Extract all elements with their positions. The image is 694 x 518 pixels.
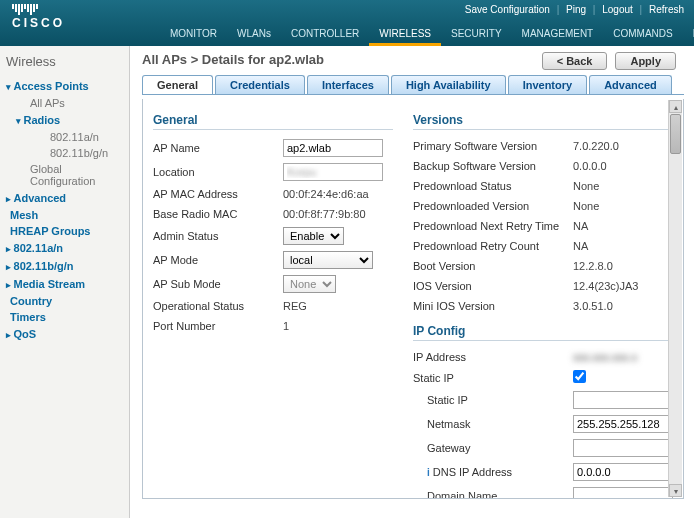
backup-sw-value: 0.0.0.0 [573, 160, 673, 172]
base-mac-label: Base Radio MAC [153, 208, 283, 220]
location-label: Location [153, 166, 283, 178]
scroll-thumb[interactable] [670, 114, 681, 154]
main-nav: MONITORWLANsCONTROLLERWIRELESSSECURITYMA… [160, 23, 694, 46]
sidebar-item-802-11b-g-n[interactable]: 802.11b/g/n [6, 257, 123, 275]
mini-ios-label: Mini IOS Version [413, 300, 573, 312]
sidebar-item-802-11b-g-n[interactable]: 802.11b/g/n [26, 145, 123, 161]
scroll-up-icon[interactable]: ▴ [669, 100, 682, 113]
nav-commands[interactable]: COMMANDS [603, 23, 682, 46]
primary-sw-value: 7.0.220.0 [573, 140, 673, 152]
save-configuration-link[interactable]: Save Configuration [465, 4, 550, 15]
op-status-label: Operational Status [153, 300, 283, 312]
admin-status-select[interactable]: Enable [283, 227, 344, 245]
nav-controller[interactable]: CONTROLLER [281, 23, 369, 46]
predl-ver-value: None [573, 200, 673, 212]
sidebar-item-global-configuration[interactable]: Global Configuration [16, 161, 123, 189]
predl-retry-cnt-label: Predownload Retry Count [413, 240, 573, 252]
content-area: All APs > Details for ap2.wlab < Back Ap… [130, 46, 694, 518]
static-ip-input[interactable] [573, 391, 673, 409]
nav-wlans[interactable]: WLANs [227, 23, 281, 46]
ap-mac-value: 00:0f:24:4e:d6:aa [283, 188, 393, 200]
sidebar-item-all-aps[interactable]: All APs [16, 95, 123, 111]
ap-sub-mode-label: AP Sub Mode [153, 278, 283, 290]
sidebar-item-mesh[interactable]: Mesh [6, 207, 123, 223]
sidebar-item-802-11a-n[interactable]: 802.11a/n [6, 239, 123, 257]
ap-mode-label: AP Mode [153, 254, 283, 266]
nav-wireless[interactable]: WIRELESS [369, 23, 441, 46]
sidebar-item-timers[interactable]: Timers [6, 309, 123, 325]
tab-high-availability[interactable]: High Availability [391, 75, 506, 94]
predl-ver-label: Predownloaded Version [413, 200, 573, 212]
sidebar-tree: Access PointsAll APsRadios802.11a/n802.1… [6, 77, 123, 343]
logout-link[interactable]: Logout [602, 4, 633, 15]
ios-ver-value: 12.4(23c)JA3 [573, 280, 673, 292]
predl-retry-time-label: Predownload Next Retry Time [413, 220, 573, 232]
ios-ver-label: IOS Version [413, 280, 573, 292]
predl-status-label: Predownload Status [413, 180, 573, 192]
static-ip-checkbox[interactable] [573, 370, 586, 383]
sidebar-item-media-stream[interactable]: Media Stream [6, 275, 123, 293]
static-ip-label: Static IP [413, 372, 573, 384]
predl-retry-time-value: NA [573, 220, 673, 232]
nav-help[interactable]: HELP [683, 23, 694, 46]
scroll-down-icon[interactable]: ▾ [669, 484, 682, 497]
sidebar-item-qos[interactable]: QoS [6, 325, 123, 343]
sidebar-item-access-points[interactable]: Access Points [6, 77, 123, 95]
top-utility-links: Save Configuration | Ping | Logout | Ref… [465, 4, 684, 15]
sidebar-item-radios[interactable]: Radios [16, 111, 123, 129]
tab-interfaces[interactable]: Interfaces [307, 75, 389, 94]
primary-sw-label: Primary Software Version [413, 140, 573, 152]
apply-button[interactable]: Apply [615, 52, 676, 70]
static-ip-field-label: Static IP [413, 394, 573, 406]
boot-ver-label: Boot Version [413, 260, 573, 272]
sidebar-title: Wireless [6, 54, 123, 69]
tab-credentials[interactable]: Credentials [215, 75, 305, 94]
cisco-bars-icon [12, 4, 65, 15]
tab-inventory[interactable]: Inventory [508, 75, 588, 94]
sidebar-item-country[interactable]: Country [6, 293, 123, 309]
nav-monitor[interactable]: MONITOR [160, 23, 227, 46]
netmask-input[interactable] [573, 415, 673, 433]
back-button[interactable]: < Back [542, 52, 608, 70]
sidebar-item-802-11a-n[interactable]: 802.11a/n [26, 129, 123, 145]
ping-link[interactable]: Ping [566, 4, 586, 15]
port-number-value: 1 [283, 320, 393, 332]
section-ipconfig: IP Config [413, 322, 673, 341]
ap-mode-select[interactable]: local [283, 251, 373, 269]
domain-name-label: Domain Name [413, 490, 573, 499]
tab-advanced[interactable]: Advanced [589, 75, 672, 94]
domain-name-input[interactable] [573, 487, 673, 499]
tab-general[interactable]: General [142, 75, 213, 94]
section-general: General [153, 111, 393, 130]
brand-name: CISCO [12, 16, 65, 30]
ap-mac-label: AP MAC Address [153, 188, 283, 200]
brand-logo: CISCO [12, 4, 65, 30]
gateway-label: Gateway [413, 442, 573, 454]
sidebar-item-advanced[interactable]: Advanced [6, 189, 123, 207]
sidebar-item-hreap-groups[interactable]: HREAP Groups [6, 223, 123, 239]
info-icon[interactable]: i [427, 467, 430, 478]
backup-sw-label: Backup Software Version [413, 160, 573, 172]
dns-ip-input[interactable] [573, 463, 673, 481]
ap-name-input[interactable] [283, 139, 383, 157]
nav-management[interactable]: MANAGEMENT [512, 23, 604, 46]
predl-status-value: None [573, 180, 673, 192]
refresh-link[interactable]: Refresh [649, 4, 684, 15]
tabs: GeneralCredentialsInterfacesHigh Availab… [142, 75, 684, 95]
scrollbar[interactable]: ▴ ▾ [668, 100, 682, 497]
sidebar: Wireless Access PointsAll APsRadios802.1… [0, 46, 130, 518]
nav-security[interactable]: SECURITY [441, 23, 512, 46]
boot-ver-value: 12.2.8.0 [573, 260, 673, 272]
location-input[interactable] [283, 163, 383, 181]
ap-sub-mode-select[interactable]: None [283, 275, 336, 293]
predl-retry-cnt-value: NA [573, 240, 673, 252]
mini-ios-value: 3.0.51.0 [573, 300, 673, 312]
dns-ip-label: iDNS IP Address [413, 466, 573, 478]
ip-address-label: IP Address [413, 351, 573, 363]
port-number-label: Port Number [153, 320, 283, 332]
netmask-label: Netmask [413, 418, 573, 430]
admin-status-label: Admin Status [153, 230, 283, 242]
op-status-value: REG [283, 300, 393, 312]
base-mac-value: 00:0f:8f:77:9b:80 [283, 208, 393, 220]
gateway-input[interactable] [573, 439, 673, 457]
